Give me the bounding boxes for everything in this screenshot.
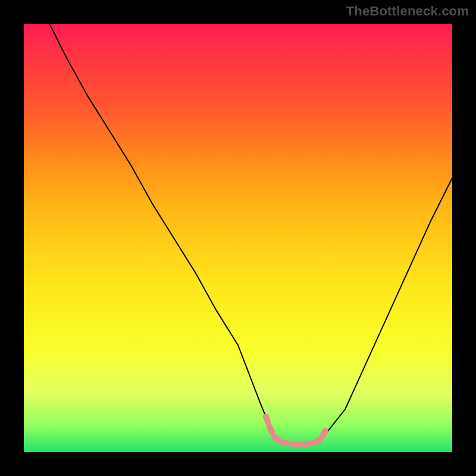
watermark-text: TheBottleneck.com xyxy=(346,4,469,19)
chart-frame: TheBottleneck.com xyxy=(0,0,476,476)
curve-layer xyxy=(24,24,452,452)
plot-area xyxy=(24,24,452,452)
highlight-curve xyxy=(266,416,326,444)
main-curve xyxy=(49,24,452,444)
